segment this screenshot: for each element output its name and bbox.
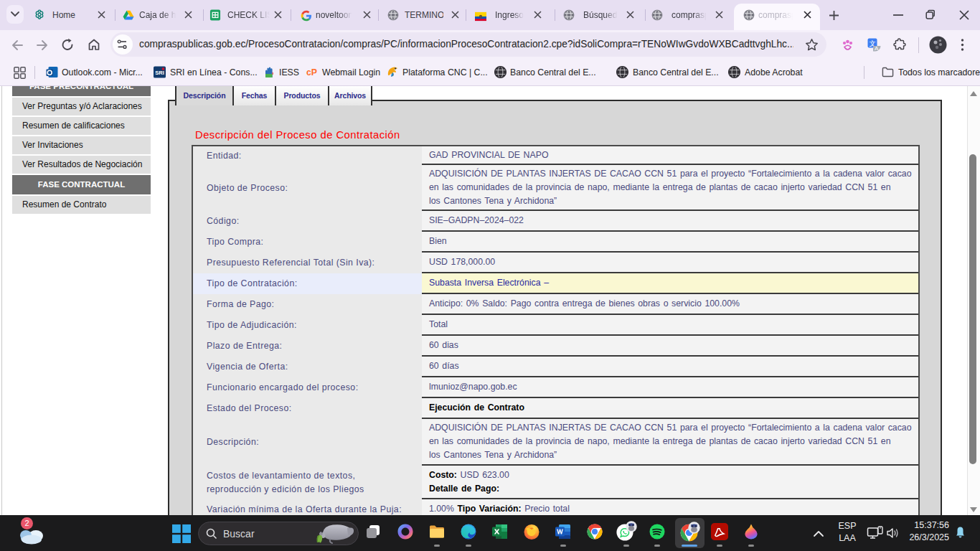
svg-text:SRI: SRI: [155, 70, 164, 76]
svg-text:A: A: [875, 45, 879, 52]
svg-text:cP: cP: [306, 67, 317, 77]
